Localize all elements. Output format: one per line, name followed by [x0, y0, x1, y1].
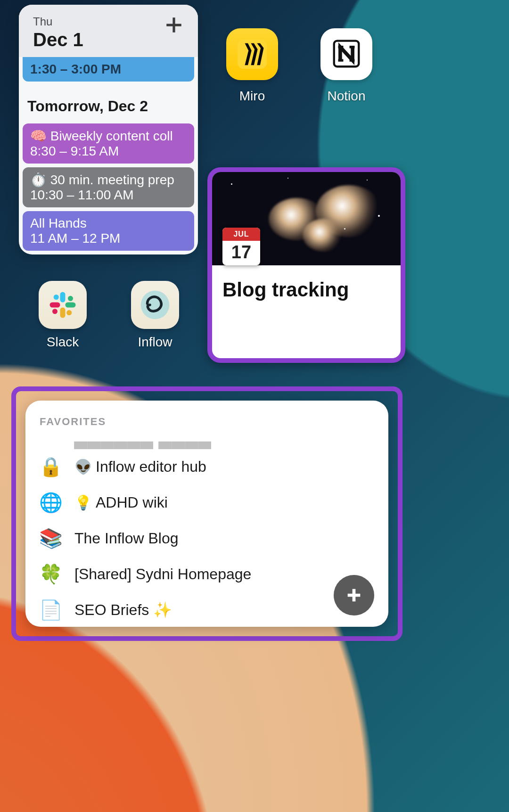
svg-rect-3 [66, 303, 76, 308]
miro-icon [238, 40, 267, 69]
favorites-item[interactable]: 🌐 💡ADHD wiki [40, 484, 374, 520]
svg-point-8 [66, 310, 72, 315]
event-time: 8:30 – 9:15 AM [30, 144, 187, 159]
event-title: 🧠 Biweekly content coll [30, 128, 187, 144]
favorites-item-label: 💡ADHD wiki [74, 494, 168, 511]
slack-icon [47, 289, 78, 320]
event-time: 10:30 – 11:00 AM [30, 188, 187, 203]
calendar-event[interactable]: 🧠 Biweekly content coll 8:30 – 9:15 AM [23, 123, 194, 164]
calendar-event[interactable]: ⏱️ 30 min. meeting prep 10:30 – 11:00 AM [23, 167, 194, 207]
event-time: 11 AM – 12 PM [30, 231, 187, 246]
calendar-date: Dec 1 [33, 29, 83, 50]
app-slack[interactable] [39, 281, 87, 329]
app-label-notion: Notion [299, 89, 394, 104]
app-label-miro: Miro [205, 89, 299, 104]
calendar-event[interactable]: All Hands 11 AM – 12 PM [23, 211, 194, 251]
svg-rect-2 [60, 292, 66, 303]
app-miro[interactable] [226, 28, 278, 80]
alien-icon: 👽 [74, 459, 92, 475]
add-event-button[interactable] [164, 15, 184, 37]
favorites-section-title: FAVORITES [40, 416, 374, 428]
calendar-widget[interactable]: Thu Dec 1 1:30 – 3:00 PM Tomorrow, Dec 2… [19, 5, 198, 254]
svg-point-7 [68, 296, 73, 301]
calendar-weekday: Thu [33, 15, 83, 28]
svg-rect-4 [60, 308, 66, 318]
svg-point-10 [141, 291, 170, 320]
favorites-item-label: SEO Briefs ✨ [74, 601, 172, 619]
add-favorite-button[interactable] [334, 575, 374, 615]
calendar-tomorrow-header: Tomorrow, Dec 2 [19, 85, 198, 123]
favorites-widget-frame: FAVORITES ▃▃▃▃▃▃ ▃▃▃▃ 🔒 👽Inflow editor h… [11, 386, 402, 641]
svg-rect-5 [50, 303, 60, 308]
favorites-item-cutoff: ▃▃▃▃▃▃ ▃▃▃▃ [74, 430, 374, 449]
favorites-item-label: The Inflow Blog [74, 530, 179, 547]
calendar-icon-month: JUL [222, 228, 260, 241]
calendar-icon-day: 17 [222, 241, 260, 263]
plus-icon [345, 586, 363, 605]
bulb-icon: 💡 [74, 495, 92, 510]
favorites-item[interactable]: 🔒 👽Inflow editor hub [40, 449, 374, 484]
blog-widget-title: Blog tracking [222, 279, 390, 301]
calendar-event-partial[interactable]: 1:30 – 3:00 PM [23, 57, 194, 82]
favorites-item[interactable]: 📚 The Inflow Blog [40, 520, 374, 556]
event-title: All Hands [30, 216, 187, 231]
svg-point-6 [54, 295, 59, 300]
favorites-widget[interactable]: FAVORITES ▃▃▃▃▃▃ ▃▃▃▃ 🔒 👽Inflow editor h… [25, 401, 388, 627]
app-notion[interactable] [320, 28, 372, 80]
app-label-inflow: Inflow [108, 335, 202, 350]
event-title: ⏱️ 30 min. meeting prep [30, 172, 187, 188]
document-icon: 📄 [40, 599, 62, 621]
event-time: 1:30 – 3:00 PM [30, 62, 187, 77]
clover-icon: 🍀 [40, 563, 62, 585]
app-label-slack: Slack [16, 335, 110, 350]
favorites-item[interactable]: 🍀 [Shared] Sydni Homepage [40, 556, 374, 592]
notion-icon [330, 38, 363, 71]
globe-icon: 🌐 [40, 491, 62, 514]
lock-icon: 🔒 [40, 455, 62, 478]
favorites-item-label: [Shared] Sydni Homepage [74, 566, 251, 583]
inflow-icon [140, 289, 171, 320]
books-icon: 📚 [40, 527, 62, 550]
blog-tracking-widget[interactable]: JUL 17 Blog tracking [207, 167, 405, 363]
favorites-item-label: 👽Inflow editor hub [74, 458, 206, 476]
favorites-item[interactable]: 📄 SEO Briefs ✨ [40, 592, 374, 627]
svg-point-9 [52, 309, 57, 314]
app-inflow[interactable] [131, 281, 179, 329]
calendar-icon: JUL 17 [222, 228, 260, 265]
